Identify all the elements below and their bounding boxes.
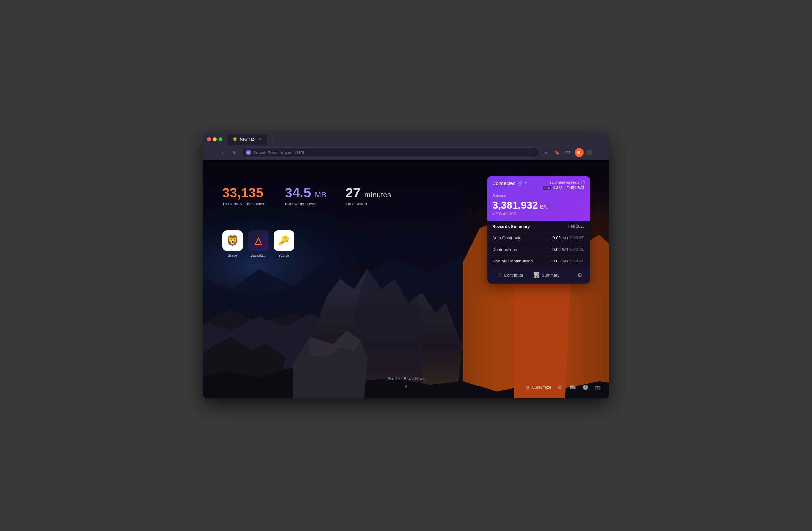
customize-button[interactable]: ⚙ Customize <box>526 385 551 390</box>
bookmark-icon[interactable]: 🔖 <box>553 148 562 157</box>
summary-row-auto-contribute: Auto-Contribute 0.00 BAT 0.00USD <box>488 232 590 244</box>
scroll-text: Scroll for Brave News <box>388 376 424 381</box>
title-bar: 🦁 New Tab ✕ + <box>203 133 609 146</box>
auto-contribute-value: 0.00 BAT 0.00USD <box>552 235 584 240</box>
rewards-header: Connected 🔗 ▾ Estimated earnings i Feb 4… <box>488 176 590 221</box>
bat-range: 4.322 – 7.459 BAT <box>553 186 584 190</box>
monthly-contributions-bat: 0.00 BAT <box>552 259 568 263</box>
nav-right: ☰ 🔖 🛡 B ⬛ ⋮ <box>542 148 605 157</box>
monthly-contributions-label: Monthly Contributions <box>493 259 533 263</box>
trackers-stat: 33,135 Trackers & ads blocked <box>222 186 266 206</box>
rewards-header-top: Connected 🔗 ▾ Estimated earnings i Feb 4… <box>493 181 585 190</box>
maximize-button[interactable] <box>219 138 222 141</box>
contribute-label: Contribute <box>504 273 523 277</box>
svg-point-0 <box>247 152 249 154</box>
monthly-contributions-value: 0.00 BAT 0.00USD <box>552 259 584 263</box>
time-stat: 27 minutes Time saved <box>345 186 391 206</box>
contributions-usd: 0.00USD <box>570 247 585 251</box>
tab-favicon: 🦁 <box>233 137 237 142</box>
connected-row[interactable]: Connected 🔗 ▾ <box>493 181 527 186</box>
shortcut-yubico[interactable]: 🔑 Yubico <box>274 230 294 257</box>
video-icon-btn[interactable]: 📷 <box>594 383 603 392</box>
reader-view-icon[interactable]: ☰ <box>542 148 551 157</box>
balance-amount: 3,381.932 BAT <box>493 199 585 211</box>
new-tab-button[interactable]: + <box>268 135 276 143</box>
reading-list-icon-btn[interactable]: 📖 <box>568 383 577 392</box>
monthly-contributions-usd: 0.00USD <box>570 259 585 263</box>
brave-rewards-icon[interactable]: B <box>575 148 583 157</box>
nav-bar: ‹ › ↻ ☰ 🔖 🛡 B ⬛ ⋮ <box>203 146 609 160</box>
balance-label: Balance <box>493 193 585 198</box>
rewards-widget: Connected 🔗 ▾ Estimated earnings i Feb 4… <box>488 176 590 284</box>
summary-header: Rewards Summary Feb 2023 <box>488 221 590 232</box>
contributions-value: 0.00 BAT 0.00USD <box>552 247 584 252</box>
customize-label: Customize <box>532 385 551 390</box>
summary-label: Summary <box>541 273 560 277</box>
customize-icon: ⚙ <box>526 385 530 390</box>
bandwidth-stat: 34.5 MB Bandwidth saved <box>285 186 326 206</box>
active-tab[interactable]: 🦁 New Tab ✕ <box>228 134 267 145</box>
balance-section: Balance 3,381.932 BAT ≈ 500.43 USD <box>493 190 585 216</box>
extensions-icon[interactable]: ⬛ <box>585 148 594 157</box>
time-amount: 27 minutes <box>345 186 391 200</box>
auto-contribute-usd: 0.00USD <box>570 236 585 240</box>
contribute-icon: ♡ <box>498 272 502 278</box>
feb-badge: Feb <box>543 186 551 190</box>
balance-usd: ≈ 500.43 USD <box>493 212 585 216</box>
bottom-right-controls: ⚙ Customize ⚙ 📖 🕐 📷 <box>526 383 603 392</box>
shortcuts-area: 🦁 Brave △ Basicatt... 🔑 Yubico <box>222 230 294 257</box>
search-bar[interactable] <box>242 147 539 158</box>
rewards-settings-button[interactable]: ⚙ <box>575 270 585 281</box>
contributions-label: Contributions <box>493 247 517 252</box>
balance-number: 3,381.932 <box>493 199 538 211</box>
summary-title: Rewards Summary <box>493 224 530 229</box>
estimated-value: Feb 4.322 – 7.459 BAT <box>543 186 584 190</box>
shortcut-brave[interactable]: 🦁 Brave <box>222 230 243 257</box>
stat-row: 33,135 Trackers & ads blocked 34.5 MB Ba… <box>222 186 391 206</box>
trackers-label: Trackers & ads blocked <box>222 202 266 206</box>
scroll-chevron-icon: ∨ <box>404 384 408 389</box>
auto-contribute-bat: 0.00 BAT <box>552 235 568 240</box>
summary-icon: 📊 <box>533 272 540 278</box>
minimize-button[interactable] <box>213 138 217 141</box>
summary-row-contributions: Contributions 0.00 BAT 0.00USD <box>488 244 590 255</box>
traffic-lights <box>207 138 222 141</box>
search-bar-icon <box>246 150 251 155</box>
summary-month: Feb 2023 <box>568 224 585 229</box>
browser-window: 🦁 New Tab ✕ + ‹ › ↻ ☰ 🔖 🛡 B ⬛ ⋮ <box>203 133 609 398</box>
contributions-bat: 0.00 BAT <box>552 247 568 252</box>
more-menu-icon[interactable]: ⋮ <box>596 148 605 157</box>
connected-text: Connected <box>493 181 516 186</box>
tab-close-button[interactable]: ✕ <box>257 137 262 142</box>
settings-icon-btn[interactable]: ⚙ <box>555 383 564 392</box>
summary-tab[interactable]: 📊 Summary <box>528 270 565 280</box>
refresh-button[interactable]: ↻ <box>230 148 239 157</box>
close-button[interactable] <box>207 138 211 141</box>
back-button[interactable]: ‹ <box>207 148 216 157</box>
basicatt-shortcut-label: Basicatt... <box>250 254 266 257</box>
basicatt-shortcut-icon: △ <box>248 230 269 251</box>
estimated-label: Estimated earnings i <box>543 181 584 184</box>
yubico-shortcut-label: Yubico <box>278 254 289 257</box>
tab-area: 🦁 New Tab ✕ + <box>228 134 605 145</box>
estimated-earnings: Estimated earnings i Feb 4.322 – 7.459 B… <box>543 181 584 190</box>
main-content: 33,135 Trackers & ads blocked 34.5 MB Ba… <box>203 160 609 398</box>
summary-row-monthly: Monthly Contributions 0.00 BAT 0.00USD <box>488 255 590 267</box>
search-input[interactable] <box>253 150 535 155</box>
shield-icon[interactable]: 🛡 <box>564 148 572 157</box>
yubico-shortcut-icon: 🔑 <box>274 230 294 251</box>
contribute-tab[interactable]: ♡ Contribute <box>493 270 528 280</box>
bandwidth-amount: 34.5 MB <box>285 186 326 200</box>
brave-shortcut-icon: 🦁 <box>222 230 243 251</box>
shortcut-basicatt[interactable]: △ Basicatt... <box>248 230 269 257</box>
brave-shortcut-label: Brave <box>228 254 237 257</box>
link-icon: 🔗 <box>518 181 523 186</box>
rewards-summary-section: Rewards Summary Feb 2023 Auto-Contribute… <box>488 221 590 267</box>
chevron-down-icon: ▾ <box>525 181 527 185</box>
bandwidth-label: Bandwidth saved <box>285 202 326 206</box>
forward-button[interactable]: › <box>219 148 228 157</box>
trackers-count: 33,135 <box>222 186 266 200</box>
history-icon-btn[interactable]: 🕐 <box>581 383 590 392</box>
balance-bat-unit: BAT <box>540 204 550 210</box>
info-icon[interactable]: i <box>581 181 585 184</box>
